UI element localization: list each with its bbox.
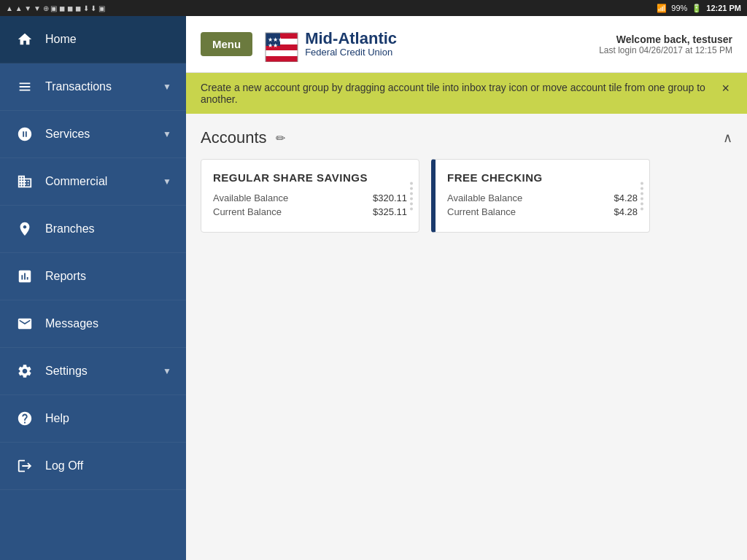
- wifi-icon: 📶: [657, 4, 667, 13]
- accounts-header: Accounts ✏ ∧: [201, 128, 732, 147]
- welcome-message: Welcome back, testuser: [599, 34, 732, 45]
- svg-text:★★: ★★: [268, 42, 278, 49]
- drag-handle-checking: [640, 182, 643, 210]
- notification-close-button[interactable]: ×: [719, 82, 732, 95]
- logo-sub: Federal Credit Union: [305, 47, 397, 58]
- sidebar: Home Transactions ▼ Services ▼ Commercia…: [0, 16, 186, 560]
- sidebar-item-commercial[interactable]: Commercial ▼: [0, 158, 186, 206]
- current-balance-amount-savings: $325.11: [373, 206, 407, 217]
- sidebar-item-transactions[interactable]: Transactions ▼: [0, 63, 186, 111]
- sidebar-label-transactions: Transactions: [45, 80, 163, 93]
- accounts-section: Accounts ✏ ∧ REGULAR SHARE SAVINGS Avail…: [186, 114, 747, 560]
- logo-main: Mid-Atlantic: [305, 30, 397, 47]
- transactions-icon: [15, 77, 35, 97]
- accounts-title-area: Accounts ✏: [201, 128, 285, 147]
- svg-rect-3: [266, 50, 298, 56]
- clock: 12:21 PM: [706, 4, 741, 12]
- svg-rect-4: [266, 56, 298, 62]
- welcome-area: Welcome back, testuser Last login 04/26/…: [599, 34, 732, 55]
- home-icon: [15, 29, 35, 50]
- account-name-checking: Free Checking: [447, 171, 638, 184]
- header: Menu ★★★ ★★: [186, 16, 747, 73]
- sidebar-item-branches[interactable]: Branches: [0, 206, 186, 253]
- edit-icon[interactable]: ✏: [276, 131, 285, 145]
- sidebar-label-help: Help: [45, 412, 171, 425]
- menu-button[interactable]: Menu: [201, 32, 252, 56]
- settings-icon: [15, 361, 35, 381]
- battery-icon: 🔋: [692, 4, 702, 13]
- sidebar-label-branches: Branches: [45, 222, 171, 236]
- logo-text: Mid-Atlantic Federal Credit Union: [305, 30, 397, 58]
- logo-icon: ★★★ ★★: [264, 27, 299, 62]
- chevron-icon-transactions: ▼: [163, 82, 171, 92]
- current-balance-amount-checking: $4.28: [614, 206, 638, 217]
- messages-icon: [15, 314, 35, 334]
- available-balance-row-savings: Available Balance $320.11: [213, 192, 407, 203]
- available-balance-label-checking: Available Balance: [447, 192, 522, 203]
- logoff-icon: [15, 456, 35, 476]
- current-balance-label-savings: Current Balance: [213, 206, 282, 217]
- sidebar-item-services[interactable]: Services ▼: [0, 111, 186, 158]
- notification-bar: Create a new account group by dragging a…: [186, 73, 747, 114]
- chevron-icon-commercial: ▼: [163, 176, 171, 187]
- sidebar-item-messages[interactable]: Messages: [0, 300, 186, 348]
- sidebar-label-messages: Messages: [45, 317, 171, 330]
- available-balance-label-savings: Available Balance: [213, 192, 288, 203]
- status-bar: ▲ ▲ ▼ ▼ ⊕ ▣ ◼ ◼ ◼ ⬇ ⬇ ▣ 📶 99% 🔋 12:21 PM: [0, 0, 747, 16]
- help-icon: [15, 408, 35, 429]
- account-name-savings: REGULAR SHARE SAVINGS: [213, 171, 407, 184]
- chevron-icon-services: ▼: [163, 129, 171, 139]
- available-balance-row-checking: Available Balance $4.28: [447, 192, 638, 203]
- sidebar-item-help[interactable]: Help: [0, 395, 186, 443]
- sidebar-label-services: Services: [45, 128, 163, 141]
- sidebar-item-home[interactable]: Home: [0, 16, 186, 63]
- current-balance-row-checking: Current Balance $4.28: [447, 206, 638, 217]
- logo-container: ★★★ ★★ Mid-Atlantic Federal Credit Union: [264, 27, 397, 62]
- account-cards: REGULAR SHARE SAVINGS Available Balance …: [201, 159, 732, 233]
- last-login: Last login 04/26/2017 at 12:15 PM: [599, 45, 732, 55]
- notification-text: Create a new account group by dragging a…: [201, 82, 711, 105]
- services-icon: [15, 124, 35, 144]
- available-balance-amount-savings: $320.11: [373, 192, 407, 203]
- sidebar-item-logoff[interactable]: Log Off: [0, 443, 186, 490]
- reports-icon: [15, 266, 35, 287]
- drag-handle-savings: [410, 182, 413, 210]
- status-bar-left: ▲ ▲ ▼ ▼ ⊕ ▣ ◼ ◼ ◼ ⬇ ⬇ ▣: [6, 4, 652, 12]
- sidebar-label-logoff: Log Off: [45, 459, 171, 472]
- account-card-checking[interactable]: Free Checking Available Balance $4.28 Cu…: [431, 159, 650, 233]
- sidebar-label-reports: Reports: [45, 270, 171, 283]
- branches-icon: [15, 219, 35, 239]
- sidebar-item-reports[interactable]: Reports: [0, 253, 186, 300]
- chevron-icon-settings: ▼: [163, 366, 171, 376]
- commercial-icon: [15, 171, 35, 192]
- sidebar-label-home: Home: [45, 33, 171, 46]
- account-card-savings[interactable]: REGULAR SHARE SAVINGS Available Balance …: [201, 159, 419, 233]
- accounts-title: Accounts: [201, 128, 267, 147]
- current-balance-row-savings: Current Balance $325.11: [213, 206, 407, 217]
- sidebar-item-settings[interactable]: Settings ▼: [0, 348, 186, 395]
- sidebar-label-settings: Settings: [45, 365, 163, 378]
- sidebar-label-commercial: Commercial: [45, 175, 163, 188]
- current-balance-label-checking: Current Balance: [447, 206, 516, 217]
- battery-level: 99%: [671, 4, 687, 12]
- main-content: Menu ★★★ ★★: [186, 16, 747, 560]
- collapse-accounts-button[interactable]: ∧: [723, 130, 732, 146]
- available-balance-amount-checking: $4.28: [614, 192, 638, 203]
